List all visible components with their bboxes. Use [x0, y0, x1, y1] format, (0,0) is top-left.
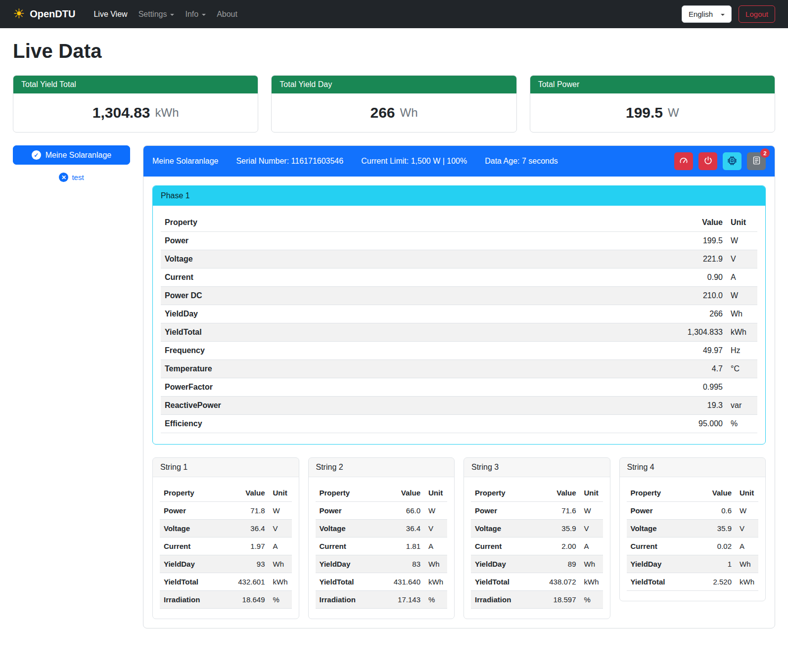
row-unit	[727, 378, 757, 397]
table-row: Efficiency 95.000 %	[161, 415, 757, 433]
row-unit: var	[727, 397, 757, 415]
table-row: Power 0.6 W	[627, 502, 759, 520]
nav-item-settings[interactable]: Settings	[133, 6, 180, 23]
string-2-title: String 2	[309, 458, 455, 477]
phase-1-title: Phase 1	[153, 186, 765, 206]
string-4-title: String 4	[620, 458, 766, 477]
row-unit: %	[727, 415, 757, 433]
column-header-value: Value	[233, 484, 269, 502]
row-unit: A	[580, 538, 603, 555]
row-unit: A	[424, 538, 447, 555]
brand[interactable]: ☀ OpenDTU	[13, 7, 75, 21]
card-unit: W	[668, 106, 679, 120]
row-property: YieldDay	[160, 555, 233, 573]
table-header-row: Property Value Unit	[160, 484, 292, 502]
nav-item-info[interactable]: Info	[180, 6, 211, 23]
string-4-table: Property Value Unit Power	[627, 484, 759, 591]
table-row: Voltage 221.9 V	[161, 250, 757, 269]
row-property: Voltage	[316, 520, 389, 538]
row-property: Power	[160, 502, 233, 520]
column-header-value: Value	[389, 484, 424, 502]
current-limit: Current Limit: 1,500 W | 100%	[361, 157, 467, 166]
column-header-unit: Unit	[736, 484, 758, 502]
row-unit: kWh	[580, 573, 603, 591]
language-select[interactable]: English	[682, 5, 732, 23]
table-row: Voltage 36.4 V	[160, 520, 292, 538]
table-row: Power 71.8 W	[160, 502, 292, 520]
row-property: Voltage	[160, 520, 233, 538]
row-property: Current	[161, 269, 667, 287]
logout-button[interactable]: Logout	[739, 5, 775, 23]
chevron-down-icon	[170, 14, 174, 16]
card-body: 266 Wh	[272, 93, 516, 132]
total-yield-total-card: Total Yield Total 1,304.83 kWh	[13, 75, 258, 133]
card-value: 199.5	[626, 104, 663, 121]
phase-1-card: Phase 1 Property Value Unit	[152, 185, 766, 445]
row-value: 0.90	[667, 269, 727, 287]
row-unit: Wh	[736, 555, 758, 573]
sidebar-item-test[interactable]: ✕ test	[13, 173, 130, 182]
total-yield-day-card: Total Yield Day 266 Wh	[271, 75, 516, 133]
card-body: 1,304.83 kWh	[13, 93, 258, 132]
table-row: Frequency 49.97 Hz	[161, 342, 757, 360]
row-unit: Wh	[580, 555, 603, 573]
table-row: YieldDay 1 Wh	[627, 555, 759, 573]
gauge-icon	[679, 156, 689, 167]
top-navbar: ☀ OpenDTU Live View Settings Info About …	[0, 0, 788, 28]
row-value: 36.4	[389, 520, 424, 538]
phase-1-body: Property Value Unit Power	[153, 206, 765, 444]
row-unit: Wh	[424, 555, 447, 573]
row-property: Irradiation	[316, 591, 389, 609]
row-unit: %	[269, 591, 292, 609]
inverter-panel: Meine Solaranlage Serial Number: 1161716…	[143, 145, 775, 628]
row-property: Power DC	[161, 287, 667, 305]
table-row: Irradiation 18.597 %	[471, 591, 603, 609]
language-select-value: English	[689, 10, 713, 18]
check-circle-icon: ✓	[32, 150, 41, 160]
power-toggle-button[interactable]	[698, 152, 717, 170]
inverter-panel-header: Meine Solaranlage Serial Number: 1161716…	[143, 146, 775, 177]
table-header-row: Property Value Unit	[316, 484, 448, 502]
table-row: PowerFactor 0.995	[161, 378, 757, 397]
inverter-select-button[interactable]: ✓ Meine Solaranlage	[13, 145, 130, 165]
x-circle-icon: ✕	[59, 173, 68, 182]
row-property: Frequency	[161, 342, 667, 360]
row-unit: W	[727, 232, 757, 250]
table-row: Current 1.81 A	[316, 538, 448, 555]
row-unit: A	[727, 269, 757, 287]
row-unit: Hz	[727, 342, 757, 360]
table-row: YieldDay 266 Wh	[161, 305, 757, 323]
card-value: 1,304.83	[93, 104, 150, 121]
cpu-icon	[727, 156, 737, 167]
nav-item-about[interactable]: About	[211, 6, 243, 23]
limit-settings-button[interactable]	[674, 152, 693, 170]
table-row: Voltage 36.4 V	[316, 520, 448, 538]
table-header-row: Property Value Unit	[471, 484, 603, 502]
device-info-button[interactable]	[723, 152, 742, 170]
row-unit: W	[269, 502, 292, 520]
string-1-table: Property Value Unit Power	[160, 484, 292, 609]
row-unit: kWh	[727, 323, 757, 342]
string-4-body: Property Value Unit Power	[620, 477, 766, 601]
table-row: Power 71.6 W	[471, 502, 603, 520]
table-row: ReactivePower 19.3 var	[161, 397, 757, 415]
inverter-select-label: Meine Solaranlage	[46, 151, 111, 160]
card-value: 266	[370, 104, 395, 121]
row-property: YieldTotal	[316, 573, 389, 591]
row-value: 4.7	[667, 360, 727, 378]
table-row: YieldDay 89 Wh	[471, 555, 603, 573]
brand-label: OpenDTU	[30, 8, 75, 20]
row-value: 1.97	[233, 538, 269, 555]
row-value: 89	[545, 555, 580, 573]
column-header-property: Property	[160, 484, 233, 502]
row-value: 93	[233, 555, 269, 573]
row-value: 95.000	[667, 415, 727, 433]
column-header-unit: Unit	[424, 484, 447, 502]
row-value: 71.8	[233, 502, 269, 520]
nav-item-live-view[interactable]: Live View	[88, 6, 133, 23]
column-header-property: Property	[161, 214, 667, 232]
row-unit: kWh	[424, 573, 447, 591]
row-unit: %	[424, 591, 447, 609]
table-row: Current 2.00 A	[471, 538, 603, 555]
event-log-button[interactable]: 2	[747, 152, 766, 170]
